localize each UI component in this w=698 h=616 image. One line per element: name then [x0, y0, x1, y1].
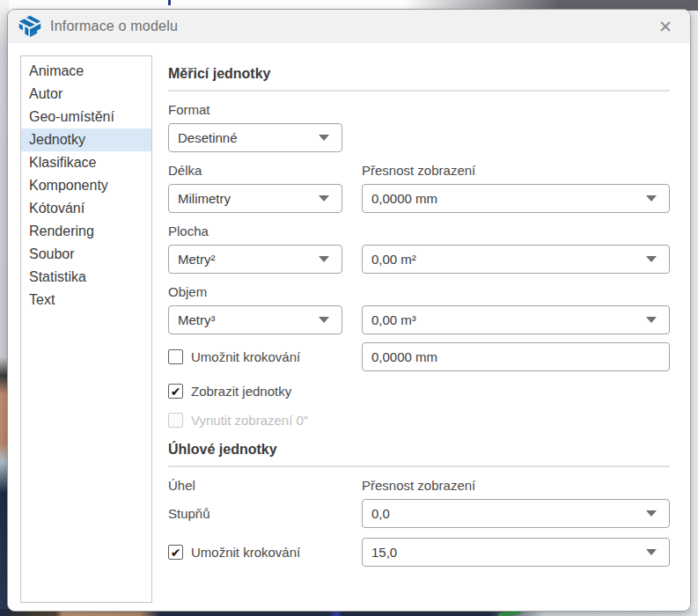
area-unit-select[interactable]: Metry² — [168, 245, 342, 274]
section-divider — [168, 90, 670, 92]
sidebar-item-geo-umisteni[interactable]: Geo-umístění — [21, 106, 151, 128]
measurement-units-heading: Měřicí jednotky — [168, 66, 670, 82]
length-precision-label: Přesnost zobrazení — [362, 163, 670, 178]
sidebar-item-rendering[interactable]: Rendering — [21, 220, 151, 243]
sidebar-item-klasifikace[interactable]: Klasifikace — [21, 151, 151, 174]
area-precision-select[interactable]: 0,00 m² — [362, 245, 670, 274]
sidebar-item-autor[interactable]: Autor — [21, 83, 151, 106]
length-snapping-input-wrap — [362, 342, 670, 371]
length-snapping-checkbox[interactable] — [168, 349, 183, 364]
angle-unit-value: Stupňů — [168, 506, 342, 521]
length-snapping-input[interactable] — [371, 349, 660, 364]
angle-snapping-value: 15,0 — [371, 545, 646, 560]
chevron-down-icon — [319, 256, 329, 262]
sidebar-item-animace[interactable]: Animace — [21, 60, 151, 83]
chevron-down-icon — [319, 135, 329, 141]
area-label: Plocha — [168, 224, 670, 238]
force-zero-label: Vynutit zobrazení 0" — [191, 413, 308, 428]
dialog-content: Animace Autor Geo-umístění Jednotky Klas… — [8, 43, 690, 611]
angle-snapping-select[interactable]: 15,0 — [362, 538, 670, 567]
angle-precision-value: 0,0 — [371, 506, 646, 521]
angle-label: Úhel — [168, 478, 342, 493]
close-icon[interactable]: ✕ — [653, 14, 678, 39]
length-snapping-label: Umožnit krokování — [191, 349, 300, 364]
angle-snapping-checkbox[interactable]: ✔ — [168, 545, 183, 560]
dialog-titlebar[interactable]: Informace o modelu ✕ — [8, 10, 690, 43]
length-unit-select[interactable]: Milimetry — [168, 184, 342, 213]
length-label: Délka — [168, 163, 342, 178]
angle-snapping-label: Umožnit krokování — [191, 545, 300, 560]
volume-unit-select[interactable]: Metry³ — [168, 305, 342, 334]
angle-precision-select[interactable]: 0,0 — [362, 499, 670, 528]
sidebar-item-statistika[interactable]: Statistika — [21, 266, 151, 289]
units-panel: Měřicí jednotky Format Desetinné Délka P… — [168, 43, 670, 611]
chevron-down-icon — [646, 510, 657, 517]
sidebar-item-kotovani[interactable]: Kótování — [21, 197, 151, 220]
format-value: Desetinné — [178, 130, 319, 145]
volume-precision-value: 0,00 m³ — [371, 312, 646, 327]
length-precision-value: 0,0000 mm — [371, 191, 646, 206]
format-select[interactable]: Desetinné — [168, 123, 342, 152]
model-info-dialog: Informace o modelu ✕ Animace Autor Geo-u… — [7, 9, 691, 612]
sidebar-item-text[interactable]: Text — [21, 289, 151, 312]
sidebar-item-soubor[interactable]: Soubor — [21, 243, 151, 266]
sidebar-item-komponenty[interactable]: Komponenty — [21, 174, 151, 197]
length-unit-value: Milimetry — [178, 191, 319, 206]
chevron-down-icon — [646, 256, 657, 262]
length-precision-select[interactable]: 0,0000 mm — [362, 184, 670, 213]
volume-label: Objem — [168, 284, 670, 299]
chevron-down-icon — [646, 549, 657, 555]
section-divider — [168, 466, 670, 467]
force-zero-checkbox — [168, 413, 183, 428]
dialog-title: Informace o modelu — [50, 18, 653, 34]
chevron-down-icon — [646, 317, 657, 323]
area-precision-value: 0,00 m² — [371, 252, 646, 267]
angle-precision-label: Přesnost zobrazení — [362, 478, 670, 493]
volume-unit-value: Metry³ — [178, 312, 319, 327]
format-label: Format — [168, 102, 670, 117]
chevron-down-icon — [319, 195, 329, 202]
volume-precision-select[interactable]: 0,00 m³ — [362, 305, 670, 334]
show-units-checkbox[interactable]: ✔ — [168, 384, 183, 399]
category-list: Animace Autor Geo-umístění Jednotky Klas… — [20, 55, 152, 603]
background-axis-tick — [168, 0, 171, 5]
sidebar-item-jednotky[interactable]: Jednotky — [21, 128, 151, 151]
angle-units-heading: Úhlové jednotky — [168, 442, 670, 458]
chevron-down-icon — [319, 317, 329, 323]
show-units-label: Zobrazit jednotky — [191, 384, 291, 399]
area-unit-value: Metry² — [178, 252, 319, 267]
chevron-down-icon — [646, 195, 657, 202]
sketchup-logo-icon — [18, 15, 41, 38]
